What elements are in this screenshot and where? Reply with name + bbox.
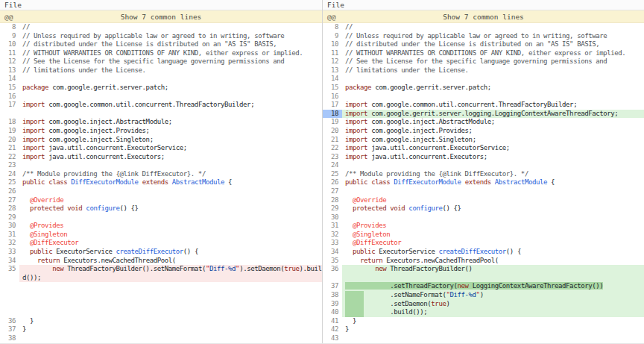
intraline-insert-marker [345,300,364,309]
line-number[interactable]: 33 [323,239,342,248]
line-number[interactable]: 13 [323,66,342,75]
code-segment [22,204,30,212]
line-number[interactable]: 25 [323,170,342,179]
line-number[interactable]: 8 [323,23,342,32]
line-number[interactable]: 26 [0,187,19,196]
line-number[interactable]: 21 [0,144,19,153]
code-line: .build()); [342,308,644,317]
line-number[interactable]: 28 [0,204,19,213]
line-number[interactable]: 17 [323,101,342,110]
line-number[interactable]: 14 [0,75,19,84]
code-segment: // WITHOUT WARRANTIES OR CONDITIONS OF A… [22,49,303,57]
line-number[interactable]: 14 [323,75,342,84]
line-number[interactable]: 24 [323,161,342,170]
line-number[interactable]: 16 [0,93,19,101]
line-number[interactable]: 9 [323,32,342,41]
code-segment: // Unless required by applicable law or … [22,32,284,40]
line-number[interactable]: 11 [323,49,342,58]
line-number[interactable]: 16 [323,93,342,101]
diff-row: 34 return Executors.newCachedThreadPool( [0,257,322,266]
code-segment: .setNameFormat( [390,291,446,298]
code-segment: AbstractModule [495,178,547,186]
line-number[interactable]: 31 [323,222,342,231]
line-number[interactable]: 22 [323,144,342,153]
line-number[interactable]: 41 [323,317,342,326]
code-segment: com.google.inject.Singleton; [367,136,476,143]
line-number[interactable]: 33 [0,248,19,257]
diff-row: 32 @Singleton [323,231,644,240]
code-line: package com.google.gerrit.server.patch; [342,84,644,93]
line-number[interactable]: 36 [323,265,342,274]
line-number[interactable]: 23 [323,153,342,162]
line-number[interactable]: 35 [323,257,342,266]
diff-row: 31 @Singleton [0,231,322,240]
diff-row: 12// See the License for the specific la… [0,57,322,66]
show-common-lines-button[interactable]: Show 7 common lines [323,10,644,23]
line-number[interactable]: 18 [0,118,19,127]
line-number[interactable]: 29 [323,204,342,213]
line-number[interactable]: 31 [0,231,19,240]
code-segment: } [345,325,349,333]
line-number[interactable]: 17 [0,101,19,110]
line-number[interactable]: 32 [323,231,342,240]
line-number[interactable]: 15 [323,84,342,93]
code-segment: .setDaemon( [390,300,431,307]
line-number[interactable]: 40 [323,308,342,317]
line-number[interactable]: 23 [0,161,19,170]
diff-row: 19import com.google.inject.AbstractModul… [323,118,644,127]
diff-row: 17import com.google.common.util.concurre… [323,101,644,110]
line-number[interactable]: 21 [323,136,342,145]
line-number[interactable]: 39 [323,300,342,309]
line-number[interactable]: 28 [323,196,342,205]
line-number[interactable]: 20 [0,136,19,145]
code-segment: return [360,257,382,264]
line-number[interactable]: 27 [323,187,342,196]
line-number[interactable]: 37 [323,282,342,291]
line-number[interactable]: 42 [323,325,342,334]
line-number[interactable]: 13 [0,66,19,75]
line-number[interactable]: 30 [0,222,19,231]
code-segment: ) [480,291,484,298]
code-segment: @DiffExecutor [30,239,78,246]
line-number[interactable]: 32 [0,239,19,248]
line-number[interactable]: 18 [323,110,342,119]
line-number[interactable]: 38 [323,291,342,300]
line-number[interactable]: 34 [0,257,19,266]
code-line: import java.util.concurrent.Executors; [342,153,644,162]
line-number[interactable]: 29 [0,213,19,222]
line-number[interactable]: 22 [0,153,19,162]
line-number[interactable]: 11 [0,49,19,58]
line-number[interactable]: 19 [323,118,342,127]
code-segment: com.google.inject.Singleton; [45,136,154,143]
line-number[interactable]: 36 [0,317,19,326]
code-segment: } [22,325,26,333]
line-number[interactable]: 9 [0,32,19,41]
line-number[interactable]: 8 [0,23,19,32]
line-number[interactable]: 24 [0,170,19,179]
code-line: } [19,325,322,334]
code-segment: DiffExecutorModule [394,178,461,186]
line-number[interactable]: 25 [0,178,19,187]
code-segment [22,222,30,229]
code-rows-right: 8//9// Unless required by applicable law… [323,23,644,343]
line-number[interactable]: 12 [0,57,19,66]
line-number[interactable]: 27 [0,196,19,205]
line-number[interactable]: 15 [0,84,19,93]
line-number[interactable]: 38 [0,334,19,343]
line-number[interactable]: 26 [323,178,342,187]
code-line: import com.google.common.util.concurrent… [342,101,644,110]
line-number[interactable]: 12 [323,57,342,66]
line-number[interactable]: 30 [323,213,342,222]
line-number[interactable]: 35 [0,265,19,274]
line-number[interactable]: 10 [323,40,342,49]
line-number[interactable]: 19 [0,127,19,136]
line-number[interactable]: 34 [323,248,342,257]
show-common-lines-button[interactable]: Show 7 common lines [0,10,322,23]
code-segment [22,196,30,204]
line-number[interactable]: 20 [323,127,342,136]
line-number[interactable]: 10 [0,40,19,49]
line-number[interactable]: 37 [0,325,19,334]
diff-row: 43 [323,334,644,343]
code-segment: // distributed under the License is dist… [345,40,599,48]
line-number[interactable]: 43 [323,334,342,343]
